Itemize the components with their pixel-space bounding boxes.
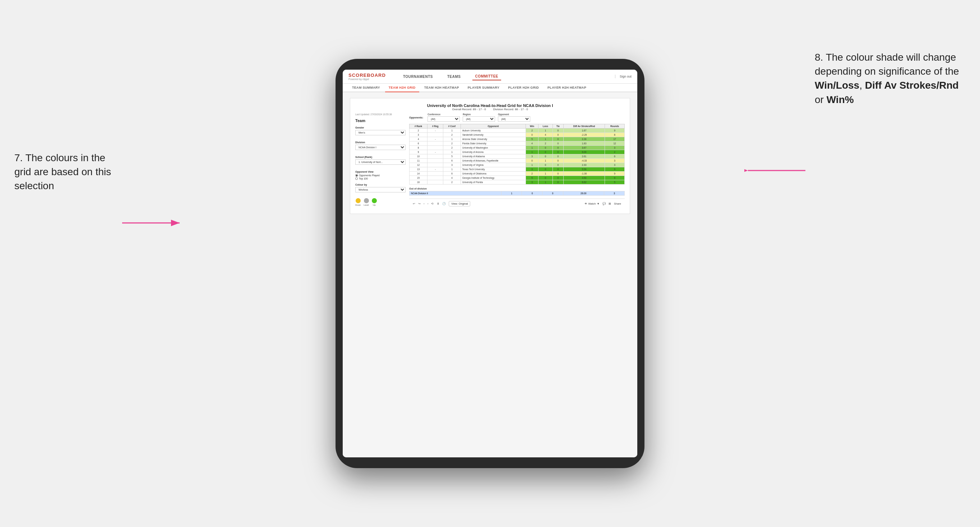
opponent-select[interactable]: (All) [498, 116, 530, 122]
out-of-division: Out of division NCAA Division II 1 0 0 2… [409, 187, 625, 196]
table-cell: 13 [409, 167, 428, 171]
filter-row: Opponents: Conference (All) Region ( [409, 113, 625, 122]
annotation-right: 8. The colour shade will change dependin… [815, 50, 966, 106]
toolbar-comment[interactable]: 💬 [603, 202, 606, 205]
table-cell: 2 [443, 133, 461, 137]
nav-committee[interactable]: COMMITTEE [473, 73, 501, 80]
filter-region: Region (All) [463, 113, 495, 122]
table-cell: 3 [605, 159, 625, 163]
toolbar-undo[interactable]: ↩ [413, 202, 415, 205]
table-cell: 1 [538, 159, 552, 163]
table-cell: 0 [552, 163, 563, 167]
toolbar-share[interactable]: Share [614, 202, 621, 205]
table-cell: 0 [552, 150, 563, 154]
out-loss: 0 [522, 191, 542, 196]
gender-select[interactable]: Men's [355, 130, 406, 135]
table-cell: 0 [552, 167, 563, 171]
table-cell: 1 [526, 163, 538, 167]
toolbar-forward[interactable]: › [428, 202, 429, 205]
col-loss: Loss [538, 124, 552, 129]
table-cell: -1.00 [563, 171, 605, 176]
opponent-label: Opponent [498, 113, 530, 116]
school-select[interactable]: 1. University of Nort... [355, 159, 406, 165]
division-select[interactable]: NCAA Division I [355, 144, 406, 150]
table-cell: 3 [409, 133, 428, 137]
table-cell: 9 [605, 129, 625, 133]
sub-nav-team-h2h-grid[interactable]: TEAM H2H GRID [385, 84, 419, 92]
annotation-right-text-2: , [859, 80, 865, 91]
sign-out-button[interactable]: Sign out [615, 75, 632, 78]
sub-nav-player-h2h-grid[interactable]: PLAYER H2H GRID [504, 84, 542, 92]
overall-record: Overall Record: 89 - 17 - 0 [452, 108, 486, 111]
colour-by-select[interactable]: Win/loss [355, 187, 406, 192]
toolbar-reset[interactable]: ⟲ [431, 202, 434, 205]
table-cell: 6 [409, 141, 428, 146]
table-cell: 0 [526, 133, 538, 137]
table-cell: 0 [552, 180, 563, 184]
table-cell: 9 [605, 171, 625, 176]
table-cell: 6.62 [563, 180, 605, 184]
arrow-left-icon [122, 214, 187, 232]
sub-nav-team-h2h-heatmap[interactable]: TEAM H2H HEATMAP [421, 84, 463, 92]
radio-opponents-played[interactable]: Opponents Played [355, 174, 406, 177]
tableau-toolbar: ↩ ↪ ‹ › ⟲ ⏸ 🕐 View: Original [409, 198, 625, 209]
timestamp: Last Updated: 27/03/2024 16:55:38 [355, 113, 406, 116]
toolbar-pause[interactable]: ⏸ [436, 202, 439, 205]
main-content: University of North Carolina Head-to-Hea… [343, 92, 637, 457]
col-rounds: Rounds [605, 124, 625, 129]
division-record: Division Record: 88 - 17 - 0 [493, 108, 528, 111]
out-table: NCAA Division II 1 0 0 26.00 3 [409, 191, 625, 196]
table-cell: 1 [538, 171, 552, 176]
table-cell: Texas Tech University [461, 167, 526, 171]
col-opponent: Opponent [461, 124, 526, 129]
table-cell: 1.83 [563, 141, 605, 146]
col-rank: # Rank [409, 124, 428, 129]
table-cell: 1 [443, 167, 461, 171]
radio-label-top100: Top 100 [359, 177, 368, 180]
legend-up: Up [372, 198, 377, 206]
sub-nav-player-summary[interactable]: PLAYER SUMMARY [464, 84, 503, 92]
table-cell: Florida State University [461, 141, 526, 146]
toolbar-back[interactable]: ‹ [423, 202, 425, 205]
table-cell: Arizona State University [461, 137, 526, 141]
sub-nav-player-h2h-heatmap[interactable]: PLAYER H2H HEATMAP [544, 84, 590, 92]
col-reg: # Reg [428, 124, 443, 129]
division-section: Division NCAA Division I [355, 141, 406, 152]
table-cell: 1 [443, 150, 461, 154]
table-cell: 3 [605, 146, 625, 150]
table-cell: 1 [443, 129, 461, 133]
out-division-name: NCAA Division II [409, 191, 501, 196]
table-cell: -2.29 [563, 133, 605, 137]
toolbar-view-button[interactable]: View: Original [449, 201, 470, 206]
table-cell: 3 [526, 167, 538, 171]
table-row: 9-1University of Arizona1009.002 [409, 150, 625, 154]
nav-tournaments[interactable]: TOURNAMENTS [400, 73, 436, 80]
toolbar-clock[interactable]: 🕐 [442, 202, 446, 205]
table-cell: University of Arizona [461, 150, 526, 154]
table-cell: 6 [443, 171, 461, 176]
filter-opponent: Opponent (All) [498, 113, 530, 122]
table-cell: 0 [552, 133, 563, 137]
toolbar-watch-button[interactable]: 👁 Watch ▼ [584, 202, 600, 205]
legend-label-up: Up [373, 204, 376, 206]
region-label: Region [463, 113, 495, 116]
out-tie: 0 [542, 191, 563, 196]
out-rounds: 3 [604, 191, 624, 196]
table-cell [428, 146, 443, 150]
region-select[interactable]: (All) [463, 116, 495, 122]
table-cell: 5 [526, 176, 538, 180]
grid-table: # Rank # Reg # Conf Opponent Win Loss Ti… [409, 124, 625, 184]
legend-dot-down [356, 198, 361, 203]
out-of-div-label: Out of division [409, 187, 625, 190]
toolbar-grid[interactable]: ⊞ [609, 202, 611, 205]
table-cell: 0 [552, 176, 563, 180]
table-cell: 2 [409, 129, 428, 133]
table-cell: 4 [538, 133, 552, 137]
nav-teams[interactable]: TEAMS [444, 73, 464, 80]
tableau-title: University of North Carolina Head-to-Hea… [355, 103, 625, 108]
conference-select[interactable]: (All) [428, 116, 460, 122]
toolbar-redo[interactable]: ↪ [418, 202, 421, 205]
radio-top100[interactable]: Top 100 [355, 177, 406, 180]
sub-nav-team-summary[interactable]: TEAM SUMMARY [348, 84, 383, 92]
table-cell: 17 [605, 137, 625, 141]
